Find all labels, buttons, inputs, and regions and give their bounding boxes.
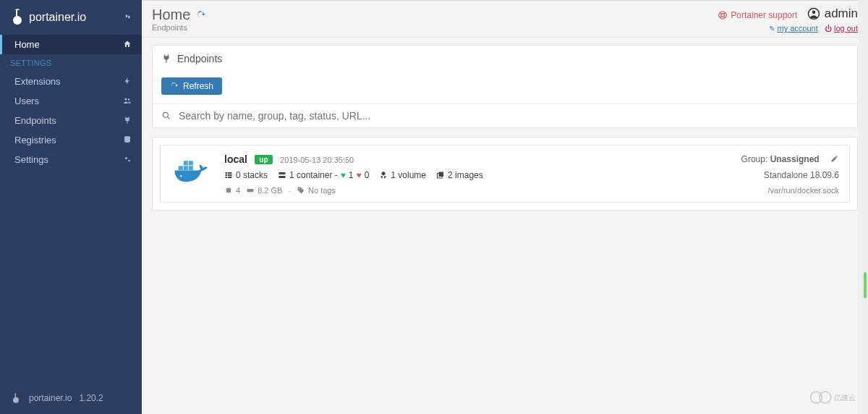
panel-header: Endpoints xyxy=(153,46,857,72)
main: Home Endpoints Portainer support admin ✎ xyxy=(142,0,868,414)
volumes-text: 1 volume xyxy=(391,170,426,180)
footer-brand: portainer.io xyxy=(29,393,72,403)
sidebar-item-label: Users xyxy=(14,96,39,106)
my-account-link[interactable]: my account xyxy=(777,24,817,33)
healthy-num: 1 xyxy=(349,170,354,180)
svg-rect-31 xyxy=(247,189,254,192)
clone-icon xyxy=(436,171,445,179)
svg-rect-22 xyxy=(226,174,228,176)
portainer-logo-small-icon xyxy=(10,392,22,404)
unhealthy-num: 0 xyxy=(365,170,370,180)
status-badge: up xyxy=(255,155,272,164)
sidebar-item-label: Registries xyxy=(14,135,56,145)
search-row xyxy=(153,104,857,127)
endpoint-card[interactable]: local up 2019-05-13 20:35:50 Group: Unas… xyxy=(160,145,850,203)
sidebar-item-label: Endpoints xyxy=(14,115,56,126)
logo[interactable]: portainer.io xyxy=(9,9,86,26)
topbar: Home Endpoints Portainer support admin ✎ xyxy=(142,1,868,38)
sidebar-toggle-icon[interactable] xyxy=(123,12,133,23)
endpoints-list: local up 2019-05-13 20:35:50 Group: Unas… xyxy=(152,137,858,211)
group-label: Group: xyxy=(741,154,768,164)
memory-icon xyxy=(246,186,255,195)
edit-group-icon[interactable] xyxy=(830,154,839,164)
svg-point-2 xyxy=(125,98,127,100)
sidebar-item-label: Home xyxy=(14,39,40,50)
tags-text: No tags xyxy=(308,186,336,195)
scrollbar[interactable] xyxy=(858,0,868,414)
svg-rect-27 xyxy=(279,176,286,178)
stacks-stat: 0 stacks xyxy=(224,170,268,180)
sidebar-item-users[interactable]: Users xyxy=(0,91,142,111)
svg-rect-30 xyxy=(226,188,231,193)
plug-icon xyxy=(123,116,132,126)
tags-icon xyxy=(297,186,305,195)
svg-point-12 xyxy=(812,11,815,14)
svg-point-1 xyxy=(13,16,22,25)
support-link[interactable]: Portainer support xyxy=(718,10,797,20)
sidebar-item-label: Settings xyxy=(14,154,48,165)
cpu-stat: 4 xyxy=(224,186,240,195)
wrench-icon: ✎ xyxy=(769,25,775,33)
search-input[interactable] xyxy=(179,110,848,122)
images-stat: 2 images xyxy=(436,170,483,180)
cogs-icon xyxy=(123,155,132,165)
cpu-text: 4 xyxy=(236,186,240,195)
plug-icon xyxy=(161,54,171,64)
group-value: Unassigned xyxy=(770,154,820,164)
heart-green-icon: ♥ xyxy=(341,170,346,180)
sidebar-header: portainer.io xyxy=(0,0,142,35)
portainer-logo-icon xyxy=(9,9,26,26)
sidebar-item-registries[interactable]: Registries xyxy=(0,130,142,150)
svg-point-10 xyxy=(721,14,725,17)
svg-rect-16 xyxy=(189,166,193,170)
footer-version: 1.20.2 xyxy=(79,393,103,403)
sidebar-item-label: Extensions xyxy=(14,76,61,87)
svg-rect-28 xyxy=(439,172,444,177)
cubes-icon xyxy=(379,171,388,179)
endpoint-url: /var/run/docker.sock xyxy=(768,186,839,195)
ram-text: 8.2 GB xyxy=(258,186,282,195)
sidebar-item-settings[interactable]: Settings xyxy=(0,150,142,169)
lifebuoy-icon xyxy=(718,10,728,20)
sidebar-footer: portainer.io 1.20.2 xyxy=(0,382,142,414)
svg-point-6 xyxy=(128,159,130,161)
images-text: 2 images xyxy=(448,170,483,180)
scrollbar-thumb[interactable] xyxy=(864,272,867,298)
endpoint-body: local up 2019-05-13 20:35:50 Group: Unas… xyxy=(224,153,839,195)
th-list-icon xyxy=(224,171,233,179)
user-links: ✎ my account ⏻ log out xyxy=(718,24,858,33)
bolt-icon xyxy=(123,77,132,87)
svg-point-13 xyxy=(163,112,168,117)
endpoint-meta: 4 8.2 GB - No tags xyxy=(224,186,336,195)
svg-rect-26 xyxy=(279,172,286,174)
page-title-row: Home xyxy=(152,7,206,23)
refresh-button[interactable]: Refresh xyxy=(161,77,222,95)
endpoints-panel: Endpoints Refresh xyxy=(152,45,858,128)
database-icon xyxy=(123,135,132,145)
sidebar-item-extensions[interactable]: Extensions xyxy=(0,72,142,91)
endpoint-top-row: local up 2019-05-13 20:35:50 Group: Unas… xyxy=(224,153,839,166)
svg-rect-20 xyxy=(226,172,228,174)
svg-rect-17 xyxy=(184,161,188,165)
sidebar-item-endpoints[interactable]: Endpoints xyxy=(0,111,142,130)
support-label: Portainer support xyxy=(731,10,797,20)
log-out-link[interactable]: log out xyxy=(834,24,858,33)
panel-title: Endpoints xyxy=(177,53,222,64)
home-icon xyxy=(123,40,132,50)
endpoint-group: Group: Unassigned xyxy=(741,154,839,164)
sidebar-section-settings: SETTINGS xyxy=(0,54,142,72)
brand-name: portainer.io xyxy=(29,11,86,24)
topbar-left: Home Endpoints xyxy=(152,7,206,32)
svg-point-3 xyxy=(128,98,130,101)
endpoint-bottom-row: 4 8.2 GB - No tags / xyxy=(224,186,839,195)
users-icon xyxy=(123,96,132,106)
endpoint-stats: 0 stacks 1 container - ♥ 1 ♥ 0 xyxy=(224,170,483,180)
microchip-icon xyxy=(224,186,233,195)
svg-rect-24 xyxy=(226,177,228,178)
ram-stat: 8.2 GB xyxy=(246,186,282,195)
refresh-page-icon[interactable] xyxy=(196,9,206,21)
sidebar-item-home[interactable]: Home xyxy=(0,35,142,54)
svg-text:亿速云: 亿速云 xyxy=(833,394,856,402)
logout-icon: ⏻ xyxy=(825,25,832,33)
user-block[interactable]: admin xyxy=(807,7,858,21)
